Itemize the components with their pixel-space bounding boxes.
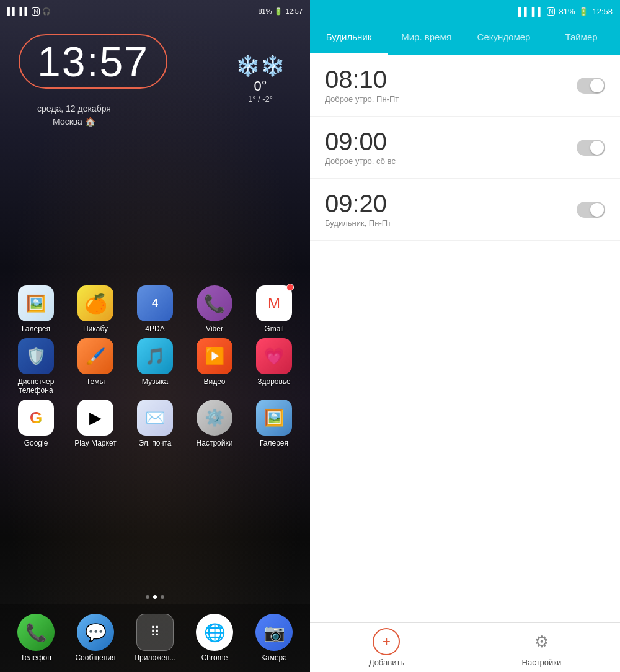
app-themes[interactable]: 🖌️ Темы — [69, 338, 122, 395]
status-bar-right: ▌▌ ▌▌ N 81% 🔋 12:58 — [310, 0, 620, 22]
pikabu-label: Пикабу — [83, 325, 108, 333]
weather-widget: ❄️❄️ 0° 1° / -2° — [236, 56, 285, 104]
alarm-desc-3: Будильник, Пн-Пт — [325, 218, 577, 228]
app-viber[interactable]: 📞 Viber — [188, 285, 241, 333]
chrome-label: Chrome — [202, 653, 228, 662]
pikabu-icon: 🍊 — [78, 285, 113, 321]
app-pikabu[interactable]: 🍊 Пикабу — [69, 285, 122, 333]
time-left: 12:57 — [285, 7, 303, 15]
signal1-icon: ▌▌ — [7, 7, 17, 15]
weather-temp: 0° — [236, 78, 285, 94]
dot-3 — [161, 595, 164, 599]
chrome-icon: 🌐 — [196, 614, 233, 651]
alarm-settings-button[interactable]: ⚙ Настройки — [522, 628, 562, 667]
app-email[interactable]: ✉️ Эл. почта — [129, 400, 182, 447]
gallery-label: Галерея — [22, 325, 50, 333]
alarm-info-3: 09:20 Будильник, Пн-Пт — [325, 191, 577, 228]
4pda-icon: 4 — [137, 285, 173, 321]
tab-alarm[interactable]: Будильник — [310, 22, 388, 55]
app-gmail[interactable]: M Gmail — [248, 285, 301, 333]
video-icon: ▶️ — [197, 338, 232, 374]
apps-label: Приложен... — [134, 653, 175, 662]
clock-time: 13:57 — [37, 40, 149, 83]
alarm-info-2: 09:00 Доброе утро, сб вс — [325, 129, 577, 166]
alarm-item-3[interactable]: 09:20 Будильник, Пн-Пт — [310, 179, 620, 241]
app-settings[interactable]: ⚙️ Настройки — [188, 400, 241, 447]
alarm-item-1[interactable]: 08:10 Доброе утро, Пн-Пт — [310, 55, 620, 117]
video-label: Видео — [203, 377, 225, 386]
app-gallery[interactable]: 🖼️ Галерея — [10, 285, 63, 333]
alarm-time-3: 09:20 — [325, 191, 577, 216]
alarm-toggle-1[interactable] — [577, 78, 605, 94]
app-row-1: 🖼️ Галерея 🍊 Пикабу 4 4PDA 📞 Viber — [6, 285, 304, 333]
app-row-2: 🛡️ Диспетчер телефона 🖌️ Темы 🎵 Музыка ▶… — [6, 338, 304, 395]
app-playmarket[interactable]: ▶ Play Маркет — [69, 400, 122, 447]
signal-right: ▌▌ ▌▌ — [518, 7, 543, 16]
dock-camera[interactable]: 📷 Камера — [248, 614, 301, 662]
dock-chrome[interactable]: 🌐 Chrome — [188, 614, 241, 662]
app-gallery2[interactable]: 🖼️ Галерея — [248, 400, 301, 447]
battery-right: 81% — [559, 7, 575, 16]
left-panel: ▌▌ ▌▌ N 🎧 81% 🔋 12:57 13:57 среда, 12 де… — [0, 0, 310, 672]
settings-label: Настройки — [522, 658, 562, 667]
headphone-icon: 🎧 — [42, 7, 51, 16]
alarm-item-2[interactable]: 09:00 Доброе утро, сб вс — [310, 117, 620, 179]
settings-label: Настройки — [197, 439, 233, 447]
time-right: 12:58 — [592, 7, 613, 16]
battery-left: 81% — [258, 7, 272, 15]
dock-sms[interactable]: 💬 Сообщения — [69, 614, 122, 662]
gallery-icon: 🖼️ — [18, 285, 54, 321]
app-4pda[interactable]: 4 4PDA — [129, 285, 182, 333]
app-row-3: G Google ▶ Play Маркет ✉️ Эл. почта ⚙️ — [6, 400, 304, 447]
playmarket-icon: ▶ — [78, 400, 113, 436]
gear-icon: ⚙ — [528, 628, 555, 655]
dock-apps[interactable]: ⠿ Приложен... — [129, 614, 182, 662]
sms-icon: 💬 — [77, 614, 114, 651]
status-bar-left: ▌▌ ▌▌ N 🎧 81% 🔋 12:57 — [0, 0, 310, 22]
phone-label: Телефон — [20, 653, 51, 662]
alarm-toggle-3[interactable] — [577, 202, 605, 218]
gmail-badge — [286, 284, 294, 291]
app-video[interactable]: ▶️ Видео — [188, 338, 241, 395]
clock-container: 13:57 — [19, 34, 167, 89]
add-icon: + — [373, 628, 400, 655]
signal-icons: ▌▌ ▌▌ N 🎧 — [7, 7, 51, 16]
app-google[interactable]: G Google — [10, 400, 63, 447]
alarm-list: 08:10 Доброе утро, Пн-Пт 09:00 Доброе ут… — [310, 55, 620, 622]
app-music[interactable]: 🎵 Музыка — [129, 338, 182, 395]
right-panel: ▌▌ ▌▌ N 81% 🔋 12:58 Будильник Мир. время… — [310, 0, 620, 672]
app-grid: 🖼️ Галерея 🍊 Пикабу 4 4PDA 📞 Viber — [0, 285, 310, 452]
alarm-time-1: 08:10 — [325, 67, 577, 92]
signal2-icon: ▌▌ — [20, 7, 30, 15]
add-alarm-button[interactable]: + Добавить — [369, 628, 404, 667]
gallery2-label: Галерея — [260, 439, 288, 447]
health-label: Здоровье — [257, 377, 291, 386]
app-dm[interactable]: 🛡️ Диспетчер телефона — [10, 338, 63, 395]
email-label: Эл. почта — [138, 439, 171, 447]
tab-stopwatch[interactable]: Секундомер — [465, 22, 542, 55]
alarm-toggle-2[interactable] — [577, 140, 605, 156]
tab-world-time[interactable]: Мир. время — [388, 22, 465, 55]
alarm-time-2: 09:00 — [325, 129, 577, 154]
google-label: Google — [24, 439, 48, 447]
tab-timer[interactable]: Таймер — [542, 22, 620, 55]
bottom-bar: + Добавить ⚙ Настройки — [310, 622, 620, 672]
dm-label: Диспетчер телефона — [10, 377, 63, 395]
music-label: Музыка — [142, 377, 168, 386]
alarm-desc-2: Доброе утро, сб вс — [325, 156, 577, 166]
alarm-desc-1: Доброе утро, Пн-Пт — [325, 94, 577, 104]
viber-label: Viber — [206, 325, 223, 333]
themes-icon: 🖌️ — [78, 338, 113, 374]
dot-1 — [146, 595, 149, 599]
music-icon: 🎵 — [137, 338, 173, 374]
nfc-icon: N — [32, 7, 40, 16]
gmail-label: Gmail — [264, 325, 283, 333]
app-health[interactable]: 💗 Здоровье — [248, 338, 301, 395]
camera-label: Камера — [261, 653, 287, 662]
gmail-icon: M — [256, 285, 292, 321]
dock-phone[interactable]: 📞 Телефон — [10, 614, 63, 662]
apps-icon: ⠿ — [136, 614, 174, 651]
health-icon: 💗 — [256, 338, 292, 374]
nfc-right: N — [547, 7, 555, 16]
tab-bar: Будильник Мир. время Секундомер Таймер — [310, 22, 620, 55]
